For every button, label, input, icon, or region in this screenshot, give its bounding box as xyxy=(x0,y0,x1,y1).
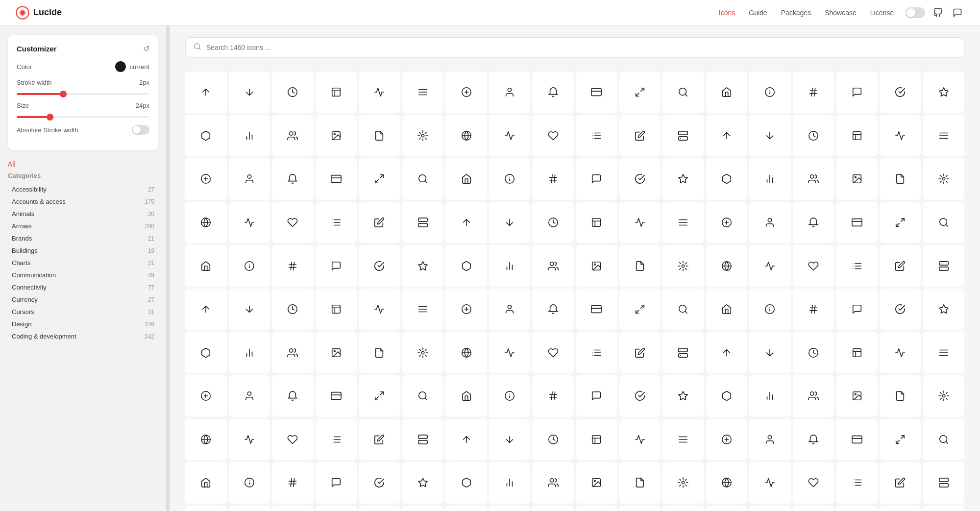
nav-license[interactable]: License xyxy=(870,9,894,17)
icon-cell[interactable] xyxy=(836,375,878,417)
category-item[interactable]: Cursors31 xyxy=(8,306,158,318)
icon-cell[interactable] xyxy=(445,506,487,511)
icon-cell[interactable] xyxy=(489,72,531,113)
icon-cell[interactable] xyxy=(532,419,574,461)
icon-cell[interactable] xyxy=(749,419,791,461)
icon-cell[interactable] xyxy=(836,158,878,200)
icon-cell[interactable] xyxy=(272,158,314,200)
icon-cell[interactable] xyxy=(793,375,834,417)
icon-cell[interactable] xyxy=(749,289,791,330)
icon-cell[interactable] xyxy=(402,289,444,330)
all-link[interactable]: All xyxy=(8,160,158,168)
icon-cell[interactable] xyxy=(359,245,400,287)
icon-cell[interactable] xyxy=(445,158,487,200)
icon-cell[interactable] xyxy=(402,158,444,200)
icon-cell[interactable] xyxy=(706,462,748,504)
icon-cell[interactable] xyxy=(880,202,921,243)
icon-cell[interactable] xyxy=(793,462,834,504)
icon-cell[interactable] xyxy=(229,245,270,287)
icon-cell[interactable] xyxy=(229,375,270,417)
icon-cell[interactable] xyxy=(316,462,357,504)
icon-cell[interactable] xyxy=(532,506,574,511)
icon-cell[interactable] xyxy=(706,115,748,157)
icon-cell[interactable] xyxy=(445,115,487,157)
icon-cell[interactable] xyxy=(662,72,704,113)
icon-cell[interactable] xyxy=(662,289,704,330)
icon-cell[interactable] xyxy=(923,289,964,330)
icon-cell[interactable] xyxy=(229,115,270,157)
icon-cell[interactable] xyxy=(619,506,661,511)
icon-cell[interactable] xyxy=(185,462,227,504)
icon-cell[interactable] xyxy=(489,202,531,243)
category-item[interactable]: Accounts & access175 xyxy=(8,195,158,208)
search-input[interactable] xyxy=(206,44,956,51)
icon-cell[interactable] xyxy=(880,158,921,200)
icon-cell[interactable] xyxy=(749,202,791,243)
icon-cell[interactable] xyxy=(532,289,574,330)
icon-cell[interactable] xyxy=(272,202,314,243)
icon-cell[interactable] xyxy=(706,289,748,330)
category-item[interactable]: Design126 xyxy=(8,318,158,330)
category-item[interactable]: Accessibility27 xyxy=(8,183,158,195)
icon-cell[interactable] xyxy=(489,462,531,504)
icon-cell[interactable] xyxy=(662,115,704,157)
icon-cell[interactable] xyxy=(445,245,487,287)
icon-cell[interactable] xyxy=(185,115,227,157)
icon-cell[interactable] xyxy=(402,375,444,417)
icon-cell[interactable] xyxy=(619,289,661,330)
absolute-toggle[interactable] xyxy=(132,125,149,135)
icon-cell[interactable] xyxy=(923,72,964,113)
icon-cell[interactable] xyxy=(880,462,921,504)
icon-cell[interactable] xyxy=(532,332,574,373)
icon-cell[interactable] xyxy=(576,115,617,157)
nav-icons[interactable]: Icons xyxy=(719,9,735,17)
icon-cell[interactable] xyxy=(402,332,444,373)
icon-cell[interactable] xyxy=(836,202,878,243)
icon-cell[interactable] xyxy=(619,202,661,243)
icon-cell[interactable] xyxy=(880,245,921,287)
icon-cell[interactable] xyxy=(229,289,270,330)
discord-icon[interactable] xyxy=(951,6,964,20)
icon-cell[interactable] xyxy=(619,158,661,200)
icon-cell[interactable] xyxy=(749,375,791,417)
category-item[interactable]: Buildings19 xyxy=(8,244,158,257)
icon-cell[interactable] xyxy=(272,332,314,373)
icon-cell[interactable] xyxy=(185,506,227,511)
icon-cell[interactable] xyxy=(706,72,748,113)
icon-cell[interactable] xyxy=(489,506,531,511)
icon-cell[interactable] xyxy=(229,158,270,200)
nav-packages[interactable]: Packages xyxy=(781,9,811,17)
icon-cell[interactable] xyxy=(402,72,444,113)
icon-cell[interactable] xyxy=(836,245,878,287)
icon-cell[interactable] xyxy=(793,506,834,511)
icon-cell[interactable] xyxy=(923,375,964,417)
icon-cell[interactable] xyxy=(793,332,834,373)
stroke-slider-thumb[interactable] xyxy=(60,91,67,97)
icon-cell[interactable] xyxy=(880,419,921,461)
icon-cell[interactable] xyxy=(489,115,531,157)
icon-cell[interactable] xyxy=(532,72,574,113)
icon-cell[interactable] xyxy=(619,462,661,504)
icon-cell[interactable] xyxy=(229,506,270,511)
icon-cell[interactable] xyxy=(402,506,444,511)
icon-cell[interactable] xyxy=(836,289,878,330)
icon-cell[interactable] xyxy=(316,115,357,157)
icon-cell[interactable] xyxy=(185,375,227,417)
icon-cell[interactable] xyxy=(185,332,227,373)
category-item[interactable]: Currency27 xyxy=(8,293,158,306)
icon-cell[interactable] xyxy=(316,332,357,373)
icon-cell[interactable] xyxy=(662,506,704,511)
icon-cell[interactable] xyxy=(749,332,791,373)
icon-cell[interactable] xyxy=(359,462,400,504)
icon-cell[interactable] xyxy=(272,115,314,157)
icon-cell[interactable] xyxy=(402,115,444,157)
icon-cell[interactable] xyxy=(619,375,661,417)
icon-cell[interactable] xyxy=(316,202,357,243)
size-slider-thumb[interactable] xyxy=(47,114,53,121)
icon-cell[interactable] xyxy=(359,289,400,330)
category-item[interactable]: Brands21 xyxy=(8,232,158,244)
icon-cell[interactable] xyxy=(880,375,921,417)
icon-cell[interactable] xyxy=(662,462,704,504)
icon-cell[interactable] xyxy=(706,158,748,200)
icon-cell[interactable] xyxy=(576,506,617,511)
